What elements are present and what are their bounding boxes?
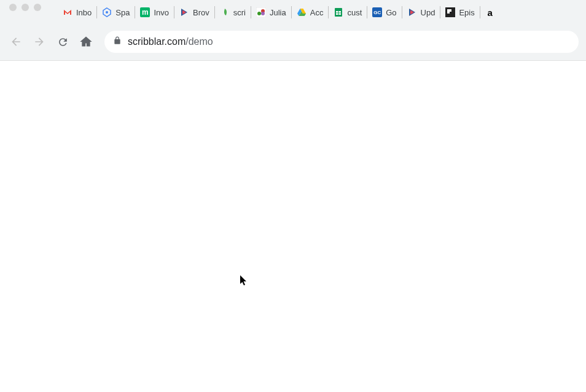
bookmark-item[interactable]: Epis (441, 5, 479, 20)
bookmark-separator (402, 6, 402, 18)
bookmark-separator (367, 6, 367, 18)
close-window-button[interactable] (9, 4, 17, 11)
bookmark-label: scri (233, 8, 246, 17)
bookmark-label: Invo (154, 8, 169, 17)
sheets-icon (334, 7, 343, 17)
bookmark-separator (251, 6, 251, 18)
triangle-icon (407, 7, 417, 17)
bookmark-item[interactable]: mInvo (136, 5, 173, 20)
svg-point-5 (261, 12, 265, 15)
bookmark-label: cust (347, 8, 362, 17)
svg-point-1 (106, 11, 108, 14)
bookmark-separator (291, 6, 292, 18)
bookmark-separator (135, 6, 135, 18)
bookmark-item[interactable]: Inbo (58, 5, 96, 20)
toolbar: scribblar.com/demo (0, 26, 586, 60)
bookmarks-bar: InboSpamInvoBrovscriJuliaAcccustGCGoUpdE… (0, 2, 586, 26)
bookmark-label: Epis (459, 8, 474, 17)
bookmark-label: Go (386, 8, 396, 17)
svg-rect-2 (256, 7, 266, 17)
blue-hex-icon (102, 7, 112, 17)
bookmark-item[interactable]: Acc (292, 5, 328, 20)
m-green-icon: m (140, 7, 150, 17)
bookmark-item[interactable]: scri (216, 5, 250, 20)
bookmark-item[interactable]: Spa (98, 5, 134, 20)
address-bar[interactable]: scribblar.com/demo (104, 31, 579, 53)
bookmark-item[interactable]: Upd (403, 5, 440, 20)
bookmark-item[interactable]: cust (329, 5, 366, 20)
gmail-icon (63, 7, 72, 17)
lock-icon (113, 36, 122, 47)
leaf-icon (220, 7, 230, 17)
home-button[interactable] (77, 33, 95, 50)
svg-rect-10 (445, 7, 455, 17)
bookmark-item[interactable]: Julia (252, 5, 291, 20)
mouse-cursor-icon (240, 275, 248, 286)
bookmark-item[interactable]: GCGo (368, 5, 400, 20)
amazon-icon: a (485, 7, 495, 17)
bookmark-separator (480, 6, 480, 18)
url-text: scribblar.com/demo (128, 36, 213, 47)
bookmark-label: Acc (310, 8, 324, 17)
bookmark-item[interactable]: a (481, 5, 499, 20)
bookmark-label: Inbo (76, 8, 92, 17)
bookmark-separator (328, 6, 329, 18)
maximize-window-button[interactable] (34, 4, 41, 11)
drive-icon (297, 7, 307, 17)
bookmark-separator (174, 6, 174, 18)
flip-icon (445, 7, 455, 17)
page-content (0, 61, 586, 392)
browser-chrome: InboSpamInvoBrovscriJuliaAcccustGCGoUpdE… (0, 0, 586, 61)
minimize-window-button[interactable] (21, 4, 29, 11)
bookmark-label: Spa (115, 8, 130, 17)
gc-icon: GC (372, 7, 382, 17)
bookmark-label: Brov (193, 8, 209, 17)
bookmark-separator (214, 6, 215, 18)
bookmark-separator (440, 6, 440, 18)
forward-button[interactable] (31, 33, 48, 50)
bookmark-item[interactable]: Brov (175, 5, 214, 20)
julia-icon (256, 7, 266, 17)
bookmark-label: Upd (421, 8, 436, 17)
url-path: /demo (186, 36, 213, 47)
bookmark-separator (96, 6, 97, 18)
triangle-icon (179, 7, 189, 17)
svg-point-3 (257, 12, 261, 15)
reload-button[interactable] (54, 33, 71, 50)
bookmark-label: Julia (270, 8, 286, 17)
back-button[interactable] (7, 33, 25, 50)
url-domain: scribblar.com (128, 36, 186, 47)
